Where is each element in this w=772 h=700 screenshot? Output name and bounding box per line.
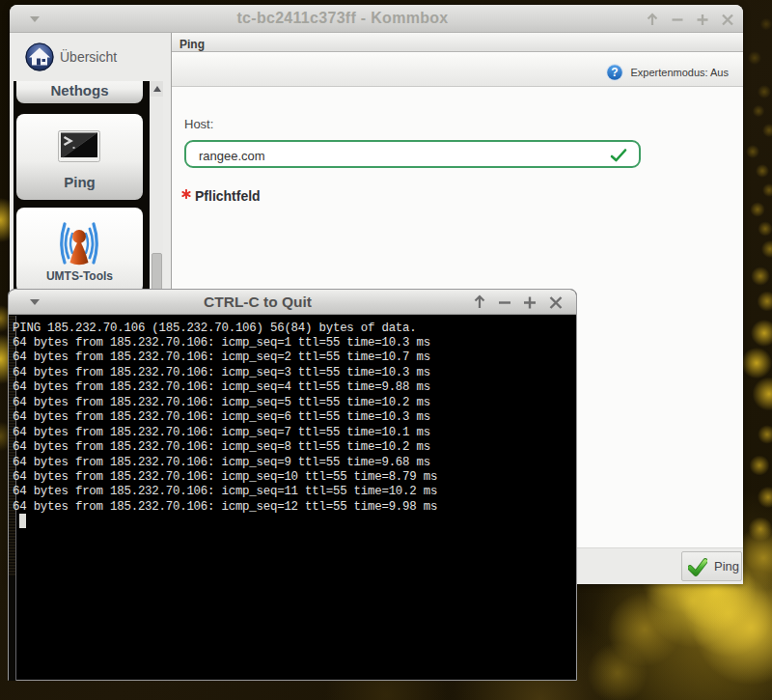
- svg-text:?: ?: [611, 66, 618, 79]
